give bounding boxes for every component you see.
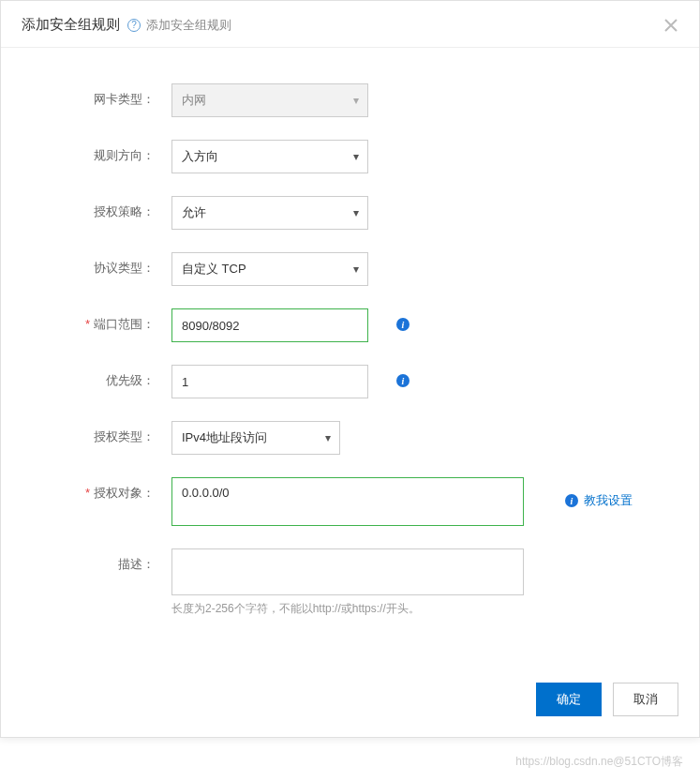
label-priority: 优先级： xyxy=(22,365,171,389)
input-priority[interactable] xyxy=(171,365,368,398)
row-nic-type: 网卡类型： 内网 xyxy=(22,83,678,117)
select-protocol[interactable]: 自定义 TCP xyxy=(171,252,368,286)
help-icon[interactable]: ? xyxy=(127,19,141,32)
cancel-button[interactable]: 取消 xyxy=(613,683,678,716)
select-auth-type[interactable]: IPv4地址段访问 xyxy=(171,421,340,455)
row-auth-type: 授权类型： IPv4地址段访问 xyxy=(22,421,678,455)
row-auth-object: *授权对象： i 教我设置 xyxy=(22,477,678,526)
textarea-description[interactable] xyxy=(171,548,524,595)
info-icon[interactable]: i xyxy=(396,318,410,331)
row-direction: 规则方向： 入方向 xyxy=(22,140,678,173)
label-port-range: *端口范围： xyxy=(22,308,171,333)
close-icon[interactable] xyxy=(658,12,684,38)
modal-footer: 确定 取消 xyxy=(1,668,699,737)
row-port-range: *端口范围： i xyxy=(22,308,678,342)
form-body: 网卡类型： 内网 规则方向： 入方向 授权策略： 允许 xyxy=(1,48,699,668)
description-hint: 长度为2-256个字符，不能以http://或https://开头。 xyxy=(171,601,420,617)
row-policy: 授权策略： 允许 xyxy=(22,196,678,230)
row-protocol: 协议类型： 自定义 TCP xyxy=(22,252,678,286)
input-port-range[interactable] xyxy=(171,308,368,342)
label-protocol: 协议类型： xyxy=(22,252,171,277)
info-icon: i xyxy=(565,494,578,507)
textarea-auth-object[interactable] xyxy=(171,477,524,526)
row-priority: 优先级： i xyxy=(22,365,678,398)
add-security-rule-modal: 添加安全组规则 ? 添加安全组规则 网卡类型： 内网 规则方向： 入方向 授 xyxy=(0,0,700,738)
row-description: 描述： 长度为2-256个字符，不能以http://或https://开头。 xyxy=(22,548,678,617)
label-auth-object: *授权对象： xyxy=(22,477,171,502)
label-auth-type: 授权类型： xyxy=(22,421,171,445)
label-nic-type: 网卡类型： xyxy=(22,83,171,108)
label-policy: 授权策略： xyxy=(22,196,171,220)
label-direction: 规则方向： xyxy=(22,140,171,164)
label-description: 描述： xyxy=(22,548,171,573)
teach-settings-link[interactable]: i 教我设置 xyxy=(565,492,633,509)
select-policy[interactable]: 允许 xyxy=(171,196,368,230)
modal-title: 添加安全组规则 xyxy=(22,16,120,34)
ok-button[interactable]: 确定 xyxy=(536,683,602,716)
modal-header: 添加安全组规则 ? 添加安全组规则 xyxy=(1,1,699,48)
info-icon[interactable]: i xyxy=(396,374,410,387)
select-direction[interactable]: 入方向 xyxy=(171,140,368,173)
select-nic-type: 内网 xyxy=(171,83,368,117)
watermark: https://blog.csdn.ne@51CTO博客 xyxy=(515,754,683,770)
modal-help-text: 添加安全组规则 xyxy=(146,17,231,34)
